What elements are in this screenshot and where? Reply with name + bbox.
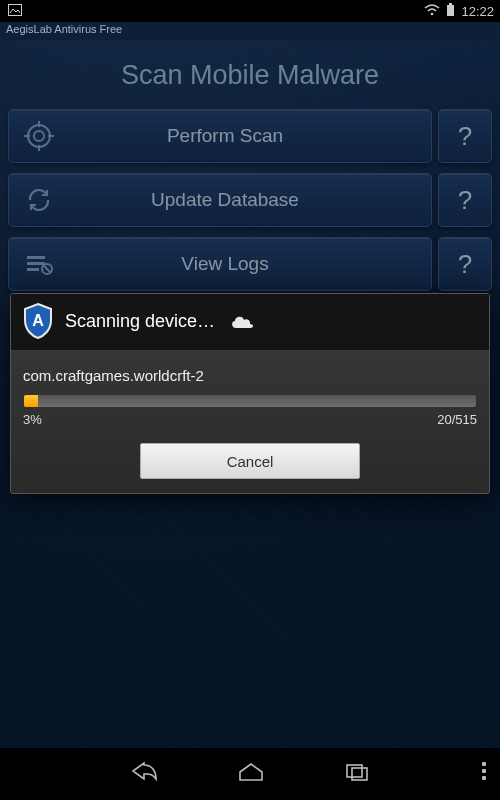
wifi-icon bbox=[424, 4, 440, 19]
svg-point-1 bbox=[431, 12, 434, 15]
android-status-bar: 12:22 bbox=[0, 0, 500, 22]
android-nav-bar bbox=[0, 748, 500, 800]
svg-rect-16 bbox=[347, 765, 362, 777]
battery-icon bbox=[446, 3, 455, 20]
progress-count: 20/515 bbox=[437, 412, 477, 427]
cancel-button[interactable]: Cancel bbox=[140, 443, 360, 479]
shield-icon: A bbox=[21, 302, 55, 340]
svg-rect-17 bbox=[352, 768, 367, 780]
recent-apps-icon[interactable] bbox=[344, 762, 370, 786]
svg-rect-2 bbox=[447, 5, 454, 16]
svg-text:A: A bbox=[32, 312, 44, 329]
progress-fill bbox=[24, 395, 38, 407]
progress-percent: 3% bbox=[23, 412, 42, 427]
progress-bar bbox=[23, 394, 477, 408]
dialog-body: com.craftgames.worldcrft-2 3% 20/515 bbox=[11, 351, 489, 437]
progress-meta: 3% 20/515 bbox=[23, 412, 477, 427]
svg-rect-3 bbox=[449, 3, 452, 5]
current-package-text: com.craftgames.worldcrft-2 bbox=[23, 367, 477, 384]
cloud-icon bbox=[229, 312, 255, 330]
main-area: Scan Mobile Malware Perform Scan ? Updat… bbox=[0, 40, 500, 748]
home-icon[interactable] bbox=[238, 762, 264, 786]
dialog-title: Scanning device… bbox=[65, 311, 215, 332]
overflow-menu-icon[interactable] bbox=[482, 762, 486, 780]
svg-rect-0 bbox=[9, 4, 22, 15]
dialog-header: A Scanning device… bbox=[11, 294, 489, 351]
app-name-bar: AegisLab Antivirus Free bbox=[0, 22, 500, 40]
dialog-footer: Cancel bbox=[11, 437, 489, 493]
status-time: 12:22 bbox=[461, 4, 494, 19]
scanning-dialog: A Scanning device… com.craftgames.worldc… bbox=[10, 293, 490, 494]
back-icon[interactable] bbox=[130, 761, 158, 787]
picture-icon bbox=[8, 4, 22, 19]
